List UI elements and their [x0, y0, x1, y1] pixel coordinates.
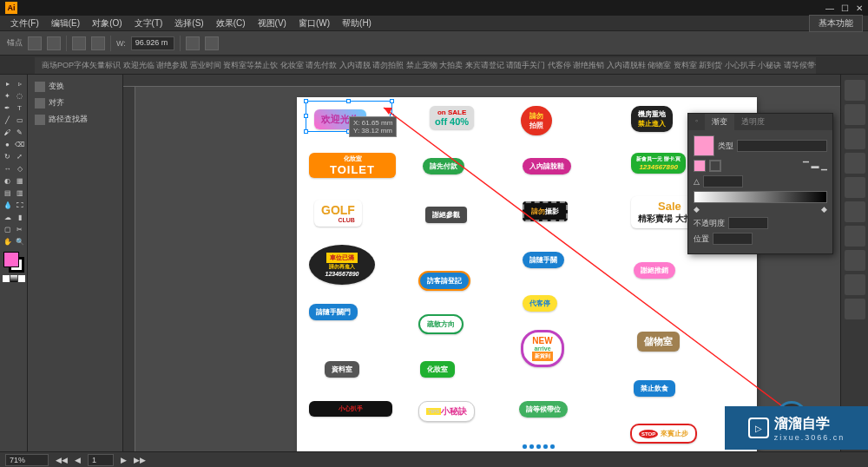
divider	[110, 36, 111, 51]
type-tool[interactable]: T	[14, 102, 25, 114]
appearance-panel-icon[interactable]	[845, 250, 865, 271]
artboard-nav-last[interactable]: ▶▶	[134, 456, 146, 464]
stroke-panel-icon[interactable]	[845, 177, 865, 198]
menu-type[interactable]: 文字(T)	[129, 16, 168, 31]
artboard-nav-prev[interactable]: ◀◀	[56, 456, 68, 464]
panel-transform[interactable]: 变换	[31, 78, 119, 95]
artboard-index[interactable]: 1	[88, 454, 114, 466]
graph-tool[interactable]: ▮	[14, 212, 25, 223]
window-close[interactable]: ✕	[856, 3, 863, 13]
menu-help[interactable]: 帮助(H)	[337, 16, 377, 31]
swatches-panel-icon[interactable]	[845, 104, 865, 125]
fill-color[interactable]	[3, 252, 19, 267]
color-swatches[interactable]	[3, 252, 24, 273]
align-icon[interactable]	[205, 36, 219, 50]
transparency-panel-icon[interactable]	[845, 226, 865, 247]
angle-input[interactable]	[703, 175, 743, 187]
badge-text: arrive	[534, 345, 550, 352]
window-maximize[interactable]: ☐	[841, 3, 849, 13]
gradient-tool[interactable]: ▥	[14, 187, 25, 199]
menu-file[interactable]: 文件(F)	[5, 16, 44, 31]
handle-lm[interactable]	[304, 114, 308, 118]
artboard-tool[interactable]: ▢	[2, 224, 13, 235]
ruler-horizontal[interactable]	[123, 75, 840, 87]
panel-align[interactable]: 对齐	[31, 95, 119, 111]
menu-select[interactable]: 选择(S)	[169, 16, 208, 31]
gradient-panel-icon[interactable]	[845, 201, 865, 222]
tab-gradient[interactable]: ◦	[688, 114, 705, 130]
pencil-tool[interactable]: ✎	[14, 127, 25, 138]
hand-tool[interactable]: ✋	[2, 236, 13, 247]
stroke-thumb[interactable]	[709, 160, 721, 172]
tab-transparency[interactable]: 透明度	[734, 114, 772, 130]
symbol-tool[interactable]: ☁	[2, 212, 13, 223]
type-dropdown[interactable]	[737, 140, 827, 152]
menu-effect[interactable]: 效果(C)	[211, 16, 251, 31]
mini-swatch-gradient[interactable]	[10, 275, 17, 282]
rotate-tool[interactable]: ↻	[2, 151, 13, 162]
gradient-panel[interactable]: ◦ 渐变 透明度 类型 ▔ ▬ ▁ △ ◆◆ 不透明度 位置	[687, 113, 833, 254]
slice-tool[interactable]: ✂	[14, 224, 25, 235]
brushes-panel-icon[interactable]	[845, 128, 865, 149]
fill-thumb[interactable]	[694, 160, 706, 172]
free-transform-tool[interactable]: ◇	[14, 163, 25, 174]
mini-swatch-none[interactable]	[18, 275, 25, 282]
eyedropper-tool[interactable]: 💧	[2, 200, 13, 211]
panel-pathfinder[interactable]: 路径查找器	[31, 111, 119, 128]
magic-wand-tool[interactable]: ✦	[2, 90, 13, 102]
brush-tool[interactable]: 🖌	[2, 127, 13, 138]
anchor-remove-icon[interactable]	[47, 36, 61, 50]
zoom-input[interactable]: 71%	[5, 454, 49, 466]
eraser-tool[interactable]: ⌫	[14, 139, 25, 150]
handle-bl[interactable]	[304, 129, 308, 134]
layers-panel-icon[interactable]	[845, 299, 865, 319]
mesh-tool[interactable]: ▤	[2, 187, 13, 199]
document-tab[interactable]: 商场POP字体矢量标识 欢迎光临 谢绝参观 营业时间 资料室等禁止饮 化妆室 请…	[35, 57, 816, 74]
width-tool[interactable]: ↔	[2, 163, 13, 174]
handle-icon-2[interactable]	[91, 36, 105, 50]
direct-selection-tool[interactable]: ▹	[14, 78, 25, 89]
artboard-nav[interactable]: ◀	[75, 456, 81, 464]
zoom-tool[interactable]: 🔍	[14, 236, 25, 247]
workspace-dropdown[interactable]: 基本功能	[809, 15, 863, 32]
shape-builder-tool[interactable]: ◐	[2, 175, 13, 187]
panel-body: 类型 ▔ ▬ ▁ △ ◆◆ 不透明度 位置	[688, 130, 832, 253]
anchor-convert-icon[interactable]	[28, 36, 42, 50]
handle-tm[interactable]	[346, 99, 351, 103]
selection-tool[interactable]: ▸	[2, 78, 13, 89]
scale-tool[interactable]: ⤢	[14, 151, 25, 162]
badge-no-food: 禁止飲食	[634, 380, 675, 397]
perspective-tool[interactable]: ▦	[14, 175, 25, 187]
gradient-preview[interactable]	[694, 135, 714, 156]
document-tabs: 商场POP字体矢量标识 欢迎光临 谢绝参观 营业时间 资料室等禁止饮 化妆室 请…	[0, 56, 868, 75]
menu-object[interactable]: 对象(O)	[87, 16, 127, 31]
color-panel-icon[interactable]	[845, 80, 865, 101]
mini-swatch-normal[interactable]	[3, 275, 10, 282]
w-input[interactable]: 96.926 m	[131, 36, 174, 50]
link-icon[interactable]	[186, 36, 200, 50]
lasso-tool[interactable]: ◌	[14, 90, 25, 102]
artboard-nav-next[interactable]: ▶	[121, 456, 127, 464]
gradient-slider[interactable]	[694, 191, 827, 203]
handle-icon[interactable]	[72, 36, 86, 50]
tab-gradient-active[interactable]: 渐变	[705, 114, 734, 130]
blob-brush-tool[interactable]: ●	[2, 139, 13, 150]
pen-tool[interactable]: ✒	[2, 102, 13, 114]
menu-edit[interactable]: 编辑(E)	[46, 16, 85, 31]
position-input[interactable]	[713, 233, 753, 245]
menu-view[interactable]: 视图(V)	[253, 16, 292, 31]
symbols-panel-icon[interactable]	[845, 153, 865, 174]
handle-tl[interactable]	[304, 99, 308, 103]
opacity-input[interactable]	[728, 217, 768, 229]
graphic-styles-panel-icon[interactable]	[845, 274, 865, 295]
handle-tr[interactable]	[390, 99, 394, 103]
line-tool[interactable]: ╱	[2, 115, 13, 126]
opacity-label: 不透明度	[694, 218, 725, 229]
panel-label: 对齐	[49, 97, 64, 109]
window-minimize[interactable]: —	[825, 3, 834, 13]
rectangle-tool[interactable]: ▭	[14, 115, 25, 126]
watermark-title: 溜溜自学	[774, 415, 845, 433]
blend-tool[interactable]: ⛶	[14, 200, 25, 211]
ruler-vertical[interactable]	[123, 87, 135, 451]
menu-window[interactable]: 窗口(W)	[293, 16, 335, 31]
